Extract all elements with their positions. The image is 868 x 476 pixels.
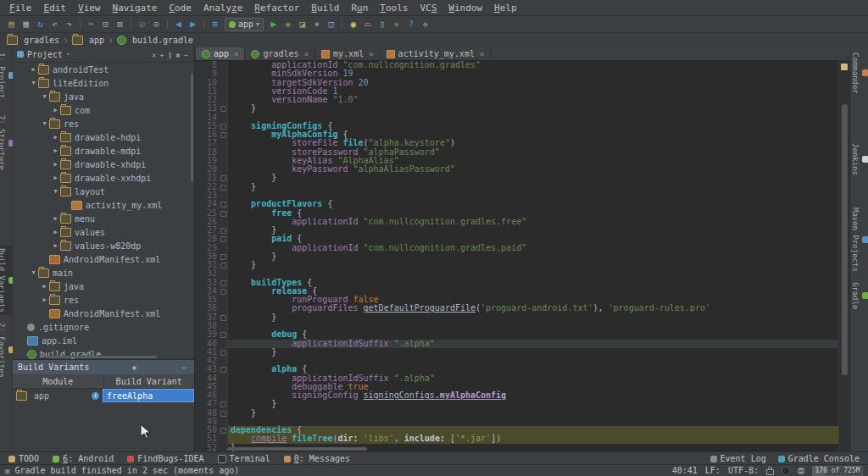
tree-expand-arrow[interactable]: ▶ (51, 174, 60, 181)
tree-expand-arrow[interactable]: ▶ (29, 66, 38, 73)
tree-item-liteedition[interactable]: ▼liteEdition (13, 76, 194, 90)
fold-gutter[interactable] (220, 104, 228, 113)
tree-item-layout[interactable]: ▼layout (13, 185, 194, 198)
tab-my-xml[interactable]: my.xml× (315, 47, 381, 60)
close-icon[interactable]: × (234, 50, 238, 58)
menu-tools[interactable]: Tools (374, 3, 414, 14)
project-tree[interactable]: ▶androidTest▼liteEdition▼java▶com▼res▶dr… (13, 63, 194, 359)
tool-window-button-0-messages[interactable]: 0: Messages (284, 454, 350, 463)
gear-icon[interactable]: ✱ (130, 363, 139, 372)
plugin-icon[interactable]: ❖ (418, 18, 432, 30)
tree-expand-arrow[interactable]: ▼ (40, 93, 49, 100)
caret-position[interactable]: 40:41 (672, 466, 698, 475)
menu-edit[interactable]: Edit (38, 3, 73, 14)
lock-icon[interactable] (766, 469, 774, 475)
inspection-status-icon[interactable] (841, 64, 848, 70)
coverage-icon[interactable]: ◪ (295, 18, 309, 30)
hector-icon[interactable] (798, 468, 804, 474)
settings-icon[interactable]: ✶ (309, 18, 324, 30)
tree-item-drawable-xxhdpi[interactable]: ▶drawable-xxhdpi (13, 171, 194, 185)
tree-item-res[interactable]: ▼res (13, 117, 194, 130)
editor-horizontal-scrollbar[interactable] (227, 447, 367, 451)
tree-item-drawable-hdpi[interactable]: ▶drawable-hdpi (13, 130, 194, 144)
forward-icon[interactable]: ▶ (186, 18, 200, 30)
tree-item--gitignore[interactable]: .gitignore (13, 320, 194, 334)
make-project-icon[interactable]: ≡ (208, 18, 222, 30)
fold-gutter[interactable] (220, 400, 228, 408)
fold-gutter[interactable] (220, 279, 228, 287)
help-icon[interactable]: ? (403, 18, 418, 30)
tool-window-button-todo[interactable]: TODO (8, 454, 39, 463)
tree-item-androidtest[interactable]: ▶androidTest (13, 63, 194, 76)
close-icon[interactable]: × (480, 50, 484, 58)
fold-gutter[interactable] (220, 261, 228, 269)
locate-icon[interactable]: + (158, 51, 165, 59)
tab-app[interactable]: app× (196, 47, 245, 60)
menu-code[interactable]: Code (163, 3, 198, 14)
fold-gutter[interactable] (220, 313, 228, 322)
save-all-icon[interactable]: ▦ (19, 18, 33, 30)
fold-gutter[interactable] (220, 200, 228, 208)
debug-icon[interactable]: ❋ (281, 18, 295, 30)
tool-button-maven-projects[interactable]: Maven Projects (851, 205, 868, 274)
undo-icon[interactable]: ↶ (47, 18, 62, 30)
breadcrumb-gradles[interactable]: gradles (5, 36, 61, 45)
monitor-icon[interactable]: ▭ (360, 18, 375, 30)
run-configuration-combo[interactable]: app▼ (225, 18, 264, 31)
fold-gutter[interactable] (220, 409, 228, 418)
tree-item-java[interactable]: ▼java (13, 90, 194, 103)
sdk-manager-icon[interactable]: ✳ (389, 18, 403, 30)
tree-expand-arrow[interactable]: ▼ (51, 188, 60, 195)
menu-help[interactable]: Help (488, 3, 523, 14)
tree-item-androidmanifest-xml[interactable]: AndroidManifest.xml (13, 307, 194, 320)
open-icon[interactable]: ▤ (4, 18, 19, 30)
project-structure-icon[interactable]: ◫ (324, 18, 338, 30)
sync-icon[interactable]: ↻ (33, 18, 47, 30)
tree-item-com[interactable]: ▶com (13, 103, 194, 117)
breadcrumb-app[interactable]: app (70, 36, 106, 45)
menu-analyze[interactable]: Analyze (198, 3, 248, 14)
tree-item-menu[interactable]: ▶menu (13, 212, 194, 225)
close-icon[interactable]: × (369, 50, 373, 58)
tree-expand-arrow[interactable]: ▶ (51, 134, 60, 141)
tree-item-res[interactable]: ▶res (13, 293, 194, 307)
fold-gutter[interactable] (220, 426, 228, 434)
tree-item-values[interactable]: ▶values (13, 225, 194, 239)
hide-icon[interactable]: − (182, 51, 190, 59)
tree-expand-arrow[interactable]: ▶ (51, 147, 60, 154)
tool-window-button-6-android[interactable]: 6: Android (53, 454, 114, 463)
tab-gradles[interactable]: gradles× (245, 47, 315, 60)
fold-gutter[interactable] (220, 209, 228, 218)
avd-manager-icon[interactable]: ▯ (375, 18, 389, 30)
tree-expand-arrow[interactable]: ▶ (51, 161, 60, 168)
fold-gutter[interactable] (220, 348, 228, 357)
tree-expand-arrow[interactable]: ▶ (51, 242, 60, 249)
tree-item-androidmanifest-xml[interactable]: AndroidManifest.xml (13, 252, 194, 266)
menu-build[interactable]: Build (305, 3, 345, 14)
close-icon[interactable]: × (304, 50, 309, 58)
menu-refactor[interactable]: Refactor (248, 3, 305, 14)
tree-expand-arrow[interactable]: ▶ (51, 229, 60, 235)
tree-item-drawable-xhdpi[interactable]: ▶drawable-xhdpi (13, 158, 194, 171)
tree-item-java[interactable]: ▶java (13, 280, 194, 293)
back-icon[interactable]: ◀ (171, 18, 186, 30)
fold-gutter[interactable] (220, 122, 228, 130)
tool-window-button-gradle-console[interactable]: Gradle Console (778, 454, 860, 463)
line-ending[interactable]: LF: (705, 466, 721, 475)
tree-vertical-scrollbar[interactable] (191, 73, 193, 181)
run-icon[interactable]: ▶ (266, 18, 281, 30)
menu-vcs[interactable]: VCS (414, 3, 442, 14)
fold-gutter[interactable] (220, 226, 228, 235)
gear-icon[interactable]: ✱ (174, 51, 181, 59)
redo-icon[interactable]: ↷ (62, 18, 76, 30)
copy-icon[interactable]: ⊡ (98, 18, 113, 30)
menu-run[interactable]: Run (345, 3, 374, 14)
info-icon[interactable]: i (92, 392, 99, 400)
cut-icon[interactable]: ✂ (84, 18, 98, 30)
breadcrumb-build.gradle[interactable]: build.gradle (115, 36, 195, 45)
editor-vertical-scrollbar[interactable] (842, 104, 848, 375)
fold-gutter[interactable] (220, 252, 228, 261)
tree-expand-arrow[interactable]: ▶ (40, 283, 49, 290)
tool-window-button-terminal[interactable]: Terminal (218, 454, 270, 463)
tree-item-main[interactable]: ▼main (13, 266, 194, 280)
